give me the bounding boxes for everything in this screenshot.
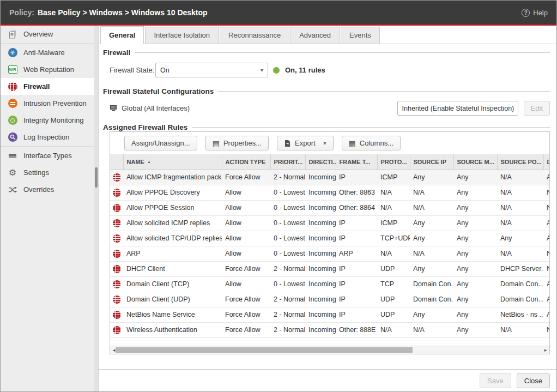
table-horizontal-scrollbar[interactable]: ◂ ▸ — [110, 346, 549, 354]
column-header-protocol[interactable]: PROTO... — [377, 154, 410, 170]
rule-row[interactable]: DHCP ClientForce Allow2 - NormalIncoming… — [110, 261, 549, 276]
cell-source-mac: Any — [453, 322, 497, 337]
computer-icon — [110, 105, 118, 112]
rules-section-header: Assigned Firewall Rules — [103, 123, 550, 131]
cell-action-type: Allow — [222, 276, 270, 292]
firewall-icon — [8, 82, 17, 92]
column-header-source-mac[interactable]: SOURCE M... — [453, 154, 497, 170]
close-button[interactable]: Close — [517, 373, 550, 388]
tab-general[interactable]: General — [100, 26, 144, 44]
sidebar-item-label: Integrity Monitoring — [23, 116, 84, 124]
cell-name: Allow PPPOE Discovery — [123, 185, 222, 200]
rule-row[interactable]: Allow PPPOE SessionAllow0 - LowestIncomi… — [110, 200, 549, 215]
column-header-frame-type[interactable]: FRAME T... — [336, 154, 377, 170]
rule-row[interactable]: Allow ICMP fragmentation pack...Force Al… — [110, 170, 549, 185]
rule-row[interactable]: Allow solicited ICMP repliesAllow0 - Low… — [110, 215, 549, 231]
section-rule-line — [218, 91, 550, 92]
column-header-priority[interactable]: PRIORIT... — [270, 154, 305, 170]
column-label: NAME — [127, 159, 144, 165]
rule-row[interactable]: Domain Client (UDP)Force Allow2 - Normal… — [110, 292, 549, 307]
sidebar-item-web-reputation[interactable]: WR Web Reputation — [1, 61, 98, 78]
sidebar-item-label: Web Reputation — [23, 65, 74, 74]
sidebar-item-label: Intrusion Prevention — [23, 99, 87, 107]
columns-label: Columns... — [360, 139, 393, 147]
rule-row[interactable]: NetBios Name ServiceForce Allow2 - Norma… — [110, 307, 549, 322]
sidebar-item-settings[interactable]: ⚙ Settings — [1, 164, 98, 181]
properties-button[interactable]: ▤ Properties... — [205, 136, 269, 150]
stateful-config-value: Inherited (Enable Stateful Inspection) — [402, 105, 514, 112]
cell-source-mac: Any — [453, 261, 497, 276]
cell-direction: Incoming — [305, 292, 336, 307]
sidebar-item-log-inspection[interactable]: Log Inspection — [1, 129, 98, 146]
sidebar-item-interface-types[interactable]: Interface Types — [1, 147, 98, 164]
sidebar-divider — [1, 146, 98, 147]
save-button[interactable]: Save — [480, 373, 511, 388]
cell-priority: 2 - Normal — [270, 261, 305, 276]
cell-icon — [110, 231, 123, 246]
cell-destination: N/A — [543, 246, 549, 261]
help-button[interactable]: ? Help — [522, 9, 548, 17]
tab-events[interactable]: Events — [341, 27, 380, 44]
sidebar-item-overrides[interactable]: Overrides — [1, 181, 98, 198]
sidebar-item-firewall[interactable]: Firewall — [1, 78, 98, 95]
cell-name: DHCP Client — [123, 261, 222, 276]
edit-button[interactable]: Edit — [524, 101, 550, 116]
column-header-source-port[interactable]: SOURCE PO... — [497, 154, 543, 170]
horizontal-scrollbar-thumb[interactable] — [116, 347, 413, 353]
column-header-destination[interactable]: DE — [543, 154, 549, 170]
cell-frame-type: IP — [336, 231, 377, 246]
cell-source-ip: Any — [410, 307, 453, 322]
properties-label: Properties... — [223, 139, 262, 147]
column-header-direction[interactable]: DIRECTI... — [305, 154, 336, 170]
cell-icon — [110, 246, 123, 261]
column-label: SOURCE M... — [457, 159, 494, 165]
tab-reconnaissance[interactable]: Reconnaissance — [220, 27, 289, 44]
cell-direction: Incoming — [305, 185, 336, 200]
tab-interface-isolation[interactable]: Interface Isolation — [145, 27, 219, 44]
sidebar-divider — [1, 43, 98, 44]
rule-row[interactable]: Wireless AuthenticationForce Allow2 - No… — [110, 322, 549, 337]
cell-frame-type: Other: 8864 — [336, 200, 377, 215]
column-header-action-type[interactable]: ACTION TYPE — [222, 154, 270, 170]
cell-destination: Any — [543, 307, 549, 322]
rule-row[interactable]: Allow PPPOE DiscoveryAllow0 - LowestInco… — [110, 185, 549, 200]
rules-table-body: Allow ICMP fragmentation pack...Force Al… — [110, 170, 549, 337]
log-inspection-icon — [8, 132, 17, 142]
section-title: Firewall — [103, 49, 130, 57]
sidebar-item-anti-malware[interactable]: ☣ Anti-Malware — [1, 44, 98, 61]
cell-destination: Any — [543, 292, 549, 307]
cell-direction: Incoming — [305, 231, 336, 246]
stateful-config-select[interactable]: Inherited (Enable Stateful Inspection) ▾ — [397, 101, 518, 116]
firewall-state-select[interactable]: On ▾ — [155, 63, 268, 77]
cell-source-ip: N/A — [410, 246, 453, 261]
sidebar-scrollbar[interactable] — [94, 26, 98, 391]
columns-button[interactable]: ▦ Columns... — [342, 136, 401, 150]
cell-direction: Incoming — [305, 200, 336, 215]
rule-row[interactable]: Allow solicited TCP/UDP repliesAllow0 - … — [110, 231, 549, 246]
sidebar-item-overview[interactable]: Overview — [1, 26, 98, 43]
rule-row[interactable]: ARPAllow0 - LowestIncomingARPN/AN/AAnyN/… — [110, 246, 549, 261]
assign-unassign-button[interactable]: Assign/Unassign... — [124, 136, 197, 150]
scroll-right-arrow[interactable]: ▸ — [542, 347, 549, 353]
sidebar-item-label: Firewall — [23, 82, 50, 91]
firewall-rule-icon — [113, 204, 121, 212]
export-button[interactable]: Export ▾ — [277, 136, 334, 150]
column-header-name[interactable]: NAME▲ — [123, 154, 222, 170]
tab-advanced[interactable]: Advanced — [290, 27, 340, 44]
integrity-monitoring-icon — [8, 116, 17, 125]
cell-icon — [110, 276, 123, 292]
cell-source-ip: Any — [410, 170, 453, 185]
column-header-source-ip[interactable]: SOURCE IP — [410, 154, 453, 170]
cell-action-type: Allow — [222, 215, 270, 231]
cell-priority: 2 - Normal — [270, 170, 305, 185]
rule-row[interactable]: Domain Client (TCP)Allow0 - LowestIncomi… — [110, 276, 549, 292]
sidebar-scrollbar-thumb[interactable] — [95, 167, 98, 188]
sidebar-item-integrity-monitoring[interactable]: Integrity Monitoring — [1, 112, 98, 129]
cell-direction: Incoming — [305, 322, 336, 337]
section-title: Assigned Firewall Rules — [103, 123, 187, 131]
cell-source-mac: Any — [453, 215, 497, 231]
cell-icon — [110, 261, 123, 276]
column-label: ACTION TYPE — [226, 159, 266, 165]
sidebar-item-intrusion-prevention[interactable]: Intrusion Prevention — [1, 95, 98, 112]
cell-protocol: N/A — [377, 200, 410, 215]
